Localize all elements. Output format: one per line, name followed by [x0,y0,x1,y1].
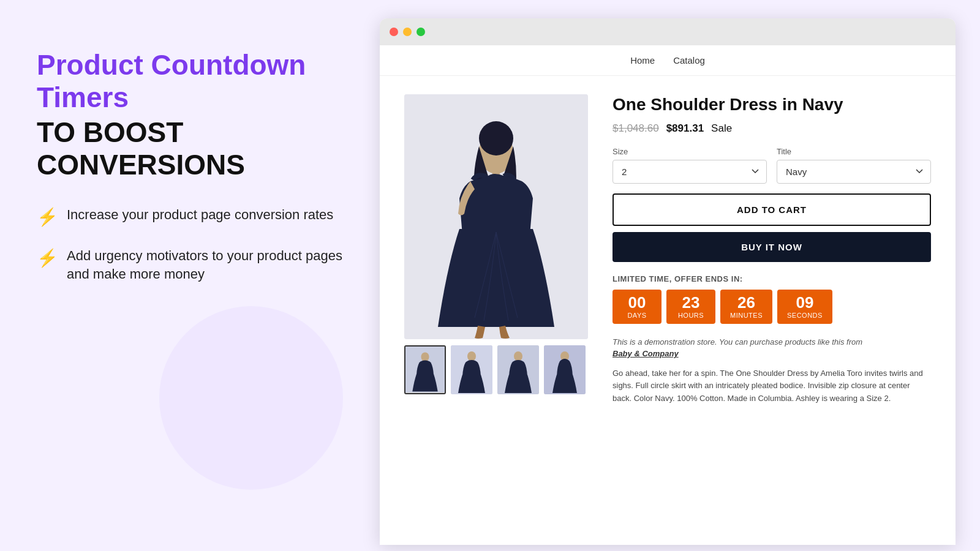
product-title: One Shoulder Dress in Navy [612,94,931,115]
headline-purple: Product Countdown Timers [37,49,343,114]
thumbnail-2[interactable] [451,345,492,394]
thumbnail-1[interactable] [404,345,446,394]
countdown-hours: 23 Hours [666,290,715,324]
nav-catalog[interactable]: Catalog [673,55,705,66]
thumbnail-3[interactable] [497,345,539,394]
product-description: Go ahead, take her for a spin. The One S… [612,367,931,405]
browser-chrome [380,18,956,45]
lightning-icon-1: ⚡ [37,207,58,227]
product-main-image [404,94,588,339]
product-image-svg [404,94,588,339]
svg-point-9 [514,351,522,361]
size-option-group: Size 2 4 6 8 [612,147,767,184]
countdown-row: 00 Days 23 Hours 26 Minutes 09 [612,290,931,324]
thumb-svg-3 [497,345,539,394]
add-to-cart-button[interactable]: ADD TO CART [612,193,931,226]
countdown-days-unit: Days [622,312,652,319]
feature-text-1: Increase your product page conversion ra… [67,206,333,225]
product-image-section [404,94,588,405]
headline-black: TO BOOST CONVERSIONS [37,116,343,181]
size-label: Size [612,147,767,156]
price-sale-label: Sale [711,122,732,135]
product-info: One Shoulder Dress in Navy $1,048.60 $89… [612,94,931,405]
feature-text-2: Add urgency motivators to your product p… [67,247,343,285]
countdown-minutes: 26 Minutes [720,290,772,324]
countdown-days: 00 Days [612,290,662,324]
demo-link[interactable]: Baby & Company [612,349,679,358]
thumb-svg-1 [405,347,445,392]
demo-note-text: This is a demonstration store. You can p… [612,337,862,347]
title-option-group: Title Navy Black White [777,147,931,184]
demo-note: This is a demonstration store. You can p… [612,336,931,360]
countdown-minutes-value: 26 [730,294,763,310]
nav-home[interactable]: Home [630,55,655,66]
title-select[interactable]: Navy Black White [777,160,931,184]
right-panel: Home Catalog [380,0,980,551]
countdown-label: LIMITED TIME, OFFER ENDS IN: [612,274,931,283]
countdown-minutes-unit: Minutes [730,312,763,319]
svg-point-5 [421,352,429,361]
countdown-hours-unit: Hours [676,312,706,319]
thumbnail-row [404,345,588,394]
thumbnail-4[interactable] [544,345,586,394]
dot-green[interactable] [417,28,425,36]
left-panel: Product Countdown Timers TO BOOST CONVER… [0,0,380,551]
lightning-icon-2: ⚡ [37,248,58,268]
countdown-seconds-value: 09 [787,294,823,310]
price-row: $1,048.60 $891.31 Sale [612,122,931,135]
thumb-svg-4 [544,345,586,394]
feature-item-2: ⚡ Add urgency motivators to your product… [37,247,343,285]
svg-point-7 [467,351,476,361]
store-nav: Home Catalog [380,45,956,76]
countdown-seconds-unit: Seconds [787,312,823,319]
browser-dots [390,28,425,36]
options-row: Size 2 4 6 8 Title Navy [612,147,931,184]
product-area: One Shoulder Dress in Navy $1,048.60 $89… [380,76,956,424]
dot-red[interactable] [390,28,398,36]
countdown-seconds: 09 Seconds [777,290,832,324]
buy-now-button[interactable]: BUY IT NOW [612,232,931,262]
countdown-days-value: 00 [622,294,652,310]
countdown-hours-value: 23 [676,294,706,310]
svg-point-2 [479,121,513,156]
browser-window: Home Catalog [380,18,956,545]
price-original: $1,048.60 [612,122,659,135]
dot-yellow[interactable] [403,28,412,36]
title-label: Title [777,147,931,156]
browser-content: Home Catalog [380,45,956,545]
feature-item-1: ⚡ Increase your product page conversion … [37,206,343,227]
price-sale: $891.31 [666,122,704,135]
thumb-svg-2 [451,345,492,394]
size-select[interactable]: 2 4 6 8 [612,160,767,184]
